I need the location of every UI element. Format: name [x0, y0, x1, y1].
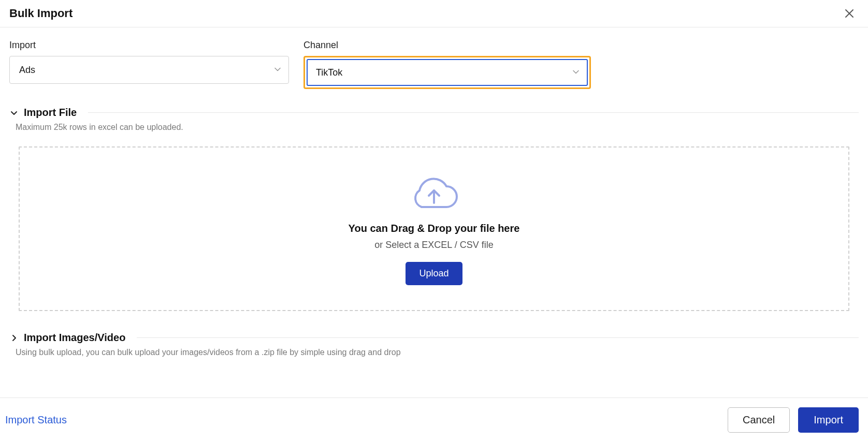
- channel-label: Channel: [303, 40, 591, 51]
- channel-highlight: TikTok: [303, 56, 591, 89]
- import-file-header: Import File: [9, 107, 859, 119]
- upload-button[interactable]: Upload: [406, 262, 462, 285]
- import-field: Import Ads: [9, 40, 289, 89]
- footer-actions: Cancel Import: [728, 407, 859, 433]
- import-media-header: Import Images/Video: [9, 332, 859, 344]
- cancel-button[interactable]: Cancel: [728, 407, 790, 433]
- import-label: Import: [9, 40, 289, 51]
- cloud-upload-icon: [408, 173, 460, 214]
- divider: [137, 337, 859, 338]
- dialog-header: Bulk Import: [0, 0, 868, 27]
- channel-value: TikTok: [316, 67, 342, 78]
- fields-row: Import Ads Channel TikTok: [9, 40, 859, 89]
- file-dropzone[interactable]: You can Drag & Drop your file here or Se…: [19, 146, 849, 311]
- import-file-subtitle: Maximum 25k rows in excel can be uploade…: [9, 123, 859, 132]
- chevron-down-icon: [10, 109, 18, 117]
- import-media-title: Import Images/Video: [24, 332, 125, 344]
- bulk-import-dialog: Bulk Import Import Ads Channel: [0, 0, 868, 442]
- close-icon: [845, 9, 854, 18]
- chevron-right-icon: [10, 334, 18, 342]
- drop-subtitle: or Select a EXCEL / CSV file: [374, 240, 493, 251]
- dialog-body: Import Ads Channel TikTok: [0, 27, 868, 397]
- dialog-title: Bulk Import: [9, 7, 73, 20]
- import-select[interactable]: Ads: [9, 56, 289, 84]
- channel-select[interactable]: TikTok: [307, 59, 588, 86]
- import-file-title: Import File: [24, 107, 77, 119]
- close-button[interactable]: [842, 6, 857, 21]
- import-media-subtitle: Using bulk upload, you can bulk upload y…: [9, 348, 859, 357]
- import-button[interactable]: Import: [798, 407, 859, 433]
- divider: [88, 112, 859, 113]
- import-media-section: Import Images/Video Using bulk upload, y…: [9, 332, 859, 357]
- expand-toggle[interactable]: [9, 333, 19, 343]
- import-value: Ads: [19, 65, 35, 76]
- channel-field: Channel TikTok: [303, 40, 591, 89]
- collapse-toggle[interactable]: [9, 108, 19, 117]
- drop-title: You can Drag & Drop your file here: [349, 223, 520, 234]
- chevron-down-icon: [274, 65, 281, 76]
- dialog-footer: Import Status Cancel Import: [0, 397, 868, 442]
- import-status-link[interactable]: Import Status: [5, 414, 67, 426]
- import-file-section: Import File Maximum 25k rows in excel ca…: [9, 107, 859, 311]
- chevron-down-icon: [572, 67, 580, 78]
